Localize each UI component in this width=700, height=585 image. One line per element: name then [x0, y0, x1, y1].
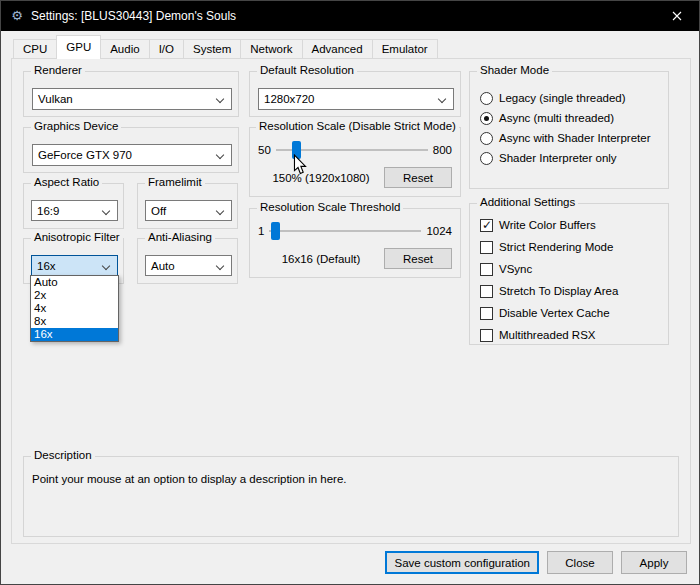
- tab-system[interactable]: System: [183, 39, 241, 59]
- titlebar[interactable]: ⚙ Settings: [BLUS30443] Demon's Souls: [1, 1, 699, 31]
- dropdown-option-2x[interactable]: 2x: [31, 289, 118, 302]
- close-button[interactable]: [654, 1, 699, 31]
- tab-gpu[interactable]: GPU: [56, 35, 101, 59]
- tab-advanced[interactable]: Advanced: [302, 39, 373, 59]
- footer-buttons: Save custom configuration Close Apply: [385, 551, 687, 574]
- tab-audio[interactable]: Audio: [100, 39, 149, 59]
- tab-io[interactable]: I/O: [149, 39, 184, 59]
- settings-icon: ⚙: [9, 8, 25, 24]
- dropdown-option-16x[interactable]: 16x: [31, 328, 118, 341]
- tab-cpu[interactable]: CPU: [13, 39, 57, 59]
- apply-button[interactable]: Apply: [621, 551, 687, 574]
- dropdown-option-auto[interactable]: Auto: [31, 276, 118, 289]
- anisotropic-filter-dropdown: Auto 2x 4x 8x 16x: [30, 275, 119, 342]
- tab-bar: CPU GPU Audio I/O System Network Advance…: [13, 35, 437, 59]
- dropdown-option-4x[interactable]: 4x: [31, 302, 118, 315]
- save-custom-configuration-button[interactable]: Save custom configuration: [385, 551, 539, 574]
- close-icon: [672, 11, 682, 21]
- dropdown-option-8x[interactable]: 8x: [31, 315, 118, 328]
- close-button-footer[interactable]: Close: [547, 551, 613, 574]
- tab-emulator[interactable]: Emulator: [372, 39, 438, 59]
- window-title: Settings: [BLUS30443] Demon's Souls: [31, 9, 236, 23]
- tab-network[interactable]: Network: [240, 39, 302, 59]
- settings-window: ⚙ Settings: [BLUS30443] Demon's Souls CP…: [0, 0, 700, 585]
